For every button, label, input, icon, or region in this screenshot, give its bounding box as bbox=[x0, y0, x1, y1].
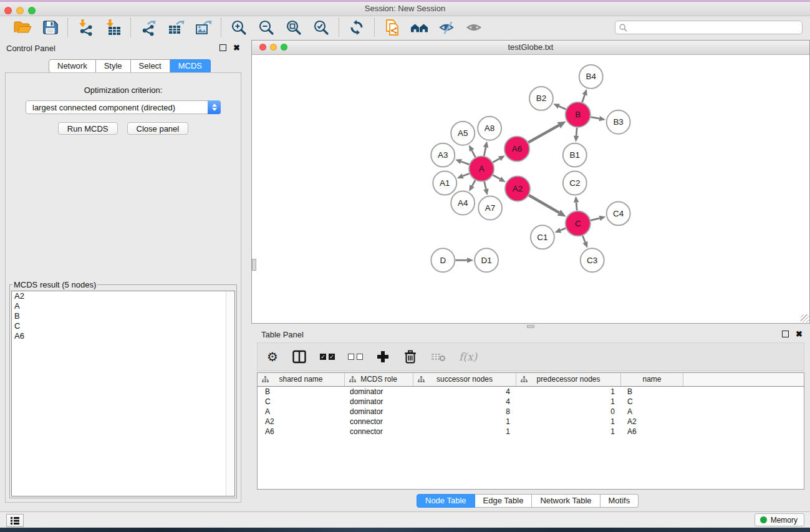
result-list-item[interactable]: A2 bbox=[12, 291, 234, 301]
graph-edge[interactable] bbox=[528, 125, 559, 143]
table-cell[interactable]: dominator bbox=[345, 407, 413, 417]
close-panel-icon[interactable]: ✖ bbox=[796, 331, 803, 337]
deselect-all-button[interactable] bbox=[348, 349, 363, 365]
table-row[interactable]: A6connector11A6 bbox=[258, 427, 804, 437]
graph-edge[interactable] bbox=[529, 195, 559, 213]
zoom-fit-button[interactable] bbox=[284, 18, 304, 37]
column-header-shared-name[interactable]: shared name bbox=[258, 373, 345, 386]
optimization-criterion-dropdown[interactable]: largest connected component (directed) bbox=[26, 100, 221, 114]
network-zoom-button[interactable] bbox=[281, 44, 287, 51]
network-graph[interactable]: AA6A2BCA5A8A3A1A4A7B2B4B3B1C2C4C1C3DD1 bbox=[252, 55, 809, 323]
mcds-result-list[interactable]: A2ABCA6 bbox=[11, 291, 235, 496]
graph-edge[interactable] bbox=[576, 202, 577, 210]
table-row[interactable]: Cdominator41C bbox=[258, 397, 804, 407]
home-layout-button[interactable] bbox=[410, 18, 430, 37]
table-cell[interactable]: connector bbox=[345, 417, 413, 427]
function-builder-button[interactable]: f(x) bbox=[459, 349, 477, 365]
tab-node-table[interactable]: Node Table bbox=[417, 494, 475, 508]
table-cell[interactable]: A6 bbox=[621, 427, 683, 437]
table-cell[interactable]: connector bbox=[345, 427, 413, 437]
graph-edge[interactable] bbox=[472, 180, 475, 186]
split-pane-handle-left[interactable] bbox=[252, 259, 256, 271]
save-session-button[interactable] bbox=[40, 18, 60, 37]
table-cell[interactable]: B bbox=[258, 387, 345, 397]
table-cell[interactable]: 1 bbox=[413, 417, 516, 427]
result-list-item[interactable]: A6 bbox=[12, 331, 234, 341]
graph-edge[interactable] bbox=[484, 147, 486, 156]
network-canvas[interactable]: AA6A2BCA5A8A3A1A4A7B2B4B3B1C2C4C1C3DD1 bbox=[252, 55, 809, 323]
result-scrollbar-track[interactable] bbox=[226, 291, 234, 496]
show-task-history-button[interactable] bbox=[6, 514, 24, 527]
delete-table-button[interactable] bbox=[431, 349, 446, 365]
column-header-name[interactable]: name bbox=[621, 373, 683, 386]
table-cell[interactable]: C bbox=[621, 397, 683, 407]
table-cell[interactable]: A6 bbox=[258, 427, 345, 437]
table-cell[interactable]: 1 bbox=[516, 427, 621, 437]
zoom-out-button[interactable] bbox=[256, 18, 276, 37]
table-cell[interactable]: 4 bbox=[413, 387, 516, 397]
table-cell[interactable]: 1 bbox=[516, 417, 621, 427]
delete-column-button[interactable] bbox=[403, 349, 418, 365]
close-window-button[interactable] bbox=[4, 7, 12, 14]
zoom-in-button[interactable] bbox=[229, 18, 249, 37]
graph-edge[interactable] bbox=[461, 162, 469, 165]
graph-edge[interactable] bbox=[463, 173, 470, 176]
import-table-button[interactable] bbox=[103, 18, 123, 37]
export-table-button[interactable] bbox=[166, 18, 186, 37]
titlebar[interactable]: Session: New Session bbox=[0, 2, 810, 16]
table-cell[interactable]: 1 bbox=[413, 427, 516, 437]
close-panel-button[interactable]: Close panel bbox=[127, 122, 189, 135]
close-panel-icon[interactable]: ✖ bbox=[233, 44, 240, 51]
refresh-view-button[interactable] bbox=[347, 18, 367, 37]
search-box[interactable] bbox=[615, 21, 803, 34]
table-row[interactable]: Bdominator41B bbox=[258, 387, 804, 397]
open-session-button[interactable] bbox=[12, 18, 32, 37]
graph-edge[interactable] bbox=[591, 117, 599, 119]
table-cell[interactable]: dominator bbox=[345, 387, 413, 397]
tab-select[interactable]: Select bbox=[131, 59, 170, 73]
table-cell[interactable]: 8 bbox=[413, 407, 516, 417]
tab-edge-table[interactable]: Edge Table bbox=[475, 494, 533, 508]
show-graphics-button[interactable] bbox=[465, 18, 485, 37]
graph-edge[interactable] bbox=[576, 128, 577, 136]
column-header-MCDS-role[interactable]: MCDS role bbox=[345, 373, 413, 386]
table-cell[interactable]: B bbox=[621, 387, 683, 397]
select-all-button[interactable]: ✓✓ bbox=[320, 349, 335, 365]
result-list-item[interactable]: A bbox=[12, 301, 234, 311]
zoom-selected-button[interactable] bbox=[311, 18, 331, 37]
add-column-button[interactable] bbox=[376, 349, 390, 365]
minimize-window-button[interactable] bbox=[16, 7, 24, 14]
tab-mcds[interactable]: MCDS bbox=[170, 59, 211, 73]
graph-edge[interactable] bbox=[559, 106, 566, 109]
column-header-predecessor-nodes[interactable]: predecessor nodes bbox=[516, 373, 621, 386]
float-panel-icon[interactable] bbox=[782, 331, 789, 337]
table-cell[interactable]: A2 bbox=[621, 417, 683, 427]
tab-motifs[interactable]: Motifs bbox=[600, 494, 639, 508]
result-list-item[interactable]: C bbox=[12, 321, 234, 331]
table-cell[interactable]: dominator bbox=[345, 397, 413, 407]
table-cell[interactable]: 1 bbox=[516, 397, 621, 407]
graph-edge[interactable] bbox=[582, 236, 585, 243]
graph-edge[interactable] bbox=[472, 150, 476, 157]
float-panel-icon[interactable] bbox=[219, 44, 226, 51]
show-columns-button[interactable] bbox=[292, 349, 307, 365]
table-row[interactable]: Adominator80A bbox=[258, 407, 804, 417]
export-network-button[interactable] bbox=[138, 18, 158, 37]
tab-network-table[interactable]: Network Table bbox=[532, 494, 600, 508]
search-input[interactable] bbox=[627, 22, 802, 32]
graph-edge[interactable] bbox=[493, 158, 499, 162]
tab-style[interactable]: Style bbox=[96, 59, 131, 73]
export-image-button[interactable] bbox=[193, 18, 213, 37]
duplicate-network-button[interactable] bbox=[382, 18, 402, 37]
run-mcds-button[interactable]: Run MCDS bbox=[58, 122, 118, 135]
table-cell[interactable]: A bbox=[621, 407, 683, 417]
graph-edge[interactable] bbox=[493, 175, 500, 179]
import-network-button[interactable] bbox=[75, 18, 95, 37]
tab-network[interactable]: Network bbox=[49, 59, 96, 73]
table-cell[interactable]: 1 bbox=[516, 387, 621, 397]
memory-button[interactable]: Memory bbox=[755, 513, 804, 526]
table-cell[interactable]: A2 bbox=[258, 417, 345, 427]
table-cell[interactable]: 0 bbox=[516, 407, 621, 417]
graph-edge[interactable] bbox=[485, 181, 486, 189]
table-row[interactable]: A2connector11A2 bbox=[258, 417, 804, 427]
